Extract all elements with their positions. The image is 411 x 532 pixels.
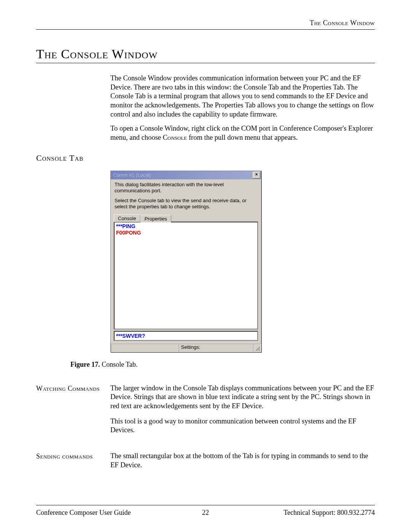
console-output[interactable]: ***PING F00PONG — [114, 222, 258, 329]
footer-left: Conference Composer User Guide — [36, 509, 131, 517]
intro-paragraph-1: The Console Window provides communicatio… — [110, 74, 375, 119]
intro2-c: from the pull down menu that appears. — [187, 134, 298, 141]
watching-commands-row: Watching Commands The larger window in t… — [36, 384, 375, 411]
header-rule — [36, 29, 375, 30]
console-dialog: Comm #1 (Local) × This dialog facilitate… — [110, 171, 261, 352]
sending-commands-row: Sending commands The small rectangular b… — [36, 452, 375, 470]
screenshot-wrapper: Comm #1 (Local) × This dialog facilitate… — [110, 171, 263, 352]
close-icon[interactable]: × — [253, 172, 260, 179]
document-page: The Console Window The Console Window Th… — [0, 0, 411, 532]
console-line-sent: ***PING — [116, 223, 256, 230]
watching-commands-label-blank — [36, 417, 104, 435]
footer-row: Conference Composer User Guide 22 Techni… — [36, 509, 375, 517]
figure-label: Figure 17. — [70, 361, 100, 368]
tab-console[interactable]: Console — [114, 214, 140, 222]
dialog-help-1: This dialog facilitates interaction with… — [115, 182, 257, 194]
console-line-received: F00PONG — [116, 230, 256, 236]
figure-text: Console Tab. — [100, 361, 138, 368]
sending-commands-label: Sending commands — [36, 452, 104, 470]
dialog-help-2: Select the Console tab to view the send … — [115, 198, 257, 210]
dialog-titlebar: Comm #1 (Local) × — [111, 171, 261, 179]
tab-properties[interactable]: Properties — [140, 215, 171, 222]
sending-commands-body: The small rectangular box at the bottom … — [110, 452, 375, 470]
watching-commands-body: The larger window in the Console Tab dis… — [110, 384, 375, 411]
status-cell-settings: Settings: — [178, 343, 253, 352]
intro-paragraph-2: To open a Console Window, right click on… — [110, 124, 375, 142]
footer-rule — [36, 505, 375, 505]
dialog-title-text: Comm #1 (Local) — [113, 171, 151, 179]
tabs-row: Console Properties — [111, 214, 261, 222]
running-header: The Console Window — [36, 19, 375, 29]
command-input-wrap — [114, 331, 258, 341]
chapter-title: The Console Window — [36, 47, 375, 63]
watching-commands-body-2: This tool is a good way to monitor commu… — [110, 417, 375, 435]
intro2-console-word: Console — [163, 134, 187, 141]
command-input[interactable] — [114, 331, 258, 341]
section-heading-console-tab: Console Tab — [36, 153, 375, 163]
page-number: 22 — [202, 509, 209, 517]
dialog-body: This dialog facilitates interaction with… — [111, 179, 261, 210]
footer-right: Technical Support: 800.932.2774 — [284, 509, 375, 517]
status-bar: Settings: — [111, 343, 261, 352]
status-cell-left — [111, 343, 178, 352]
watching-commands-label: Watching Commands — [36, 384, 104, 411]
watching-commands-row-2: This tool is a good way to monitor commu… — [36, 417, 375, 435]
resize-grip-icon[interactable] — [253, 343, 261, 352]
figure-caption: Figure 17. Console Tab. — [70, 361, 375, 369]
